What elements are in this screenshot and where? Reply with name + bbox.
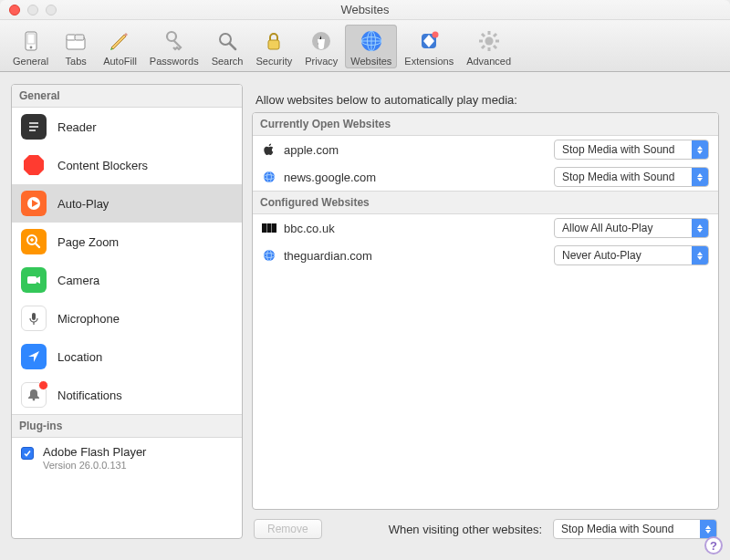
policy-popup[interactable]: Allow All Auto-Play — [554, 218, 709, 238]
sidebar-item-location[interactable]: Location — [12, 337, 242, 376]
svg-marker-41 — [28, 351, 39, 362]
sidebar-item-label: Notifications — [57, 389, 122, 402]
svg-point-42 — [33, 399, 36, 401]
svg-rect-46 — [262, 223, 266, 233]
plugin-name: Adobe Flash Player — [43, 445, 146, 459]
tab-passwords[interactable]: Passwords — [144, 25, 204, 68]
policy-popup[interactable]: Never Auto-Play — [554, 245, 709, 265]
tab-advanced[interactable]: Advanced — [461, 25, 516, 68]
site-row[interactable]: news.google.com Stop Media with Sound — [253, 163, 718, 191]
svg-rect-9 — [268, 40, 279, 49]
policy-value: Allow All Auto-Play — [555, 222, 692, 234]
site-domain: bbc.co.uk — [284, 222, 547, 235]
tab-label: General — [13, 56, 48, 67]
site-row[interactable]: bbc.co.uk Allow All Auto-Play — [253, 214, 718, 242]
sidebar-item-reader[interactable]: Reader — [12, 108, 242, 146]
websites-icon — [358, 27, 385, 55]
tab-label: AutoFill — [103, 56, 137, 67]
microphone-icon — [21, 306, 47, 331]
svg-line-8 — [230, 44, 235, 49]
sidebar-item-label: Auto-Play — [57, 197, 109, 211]
tab-websites[interactable]: Websites — [345, 25, 397, 68]
svg-rect-5 — [75, 35, 84, 40]
svg-point-43 — [264, 171, 275, 182]
svg-line-24 — [494, 46, 496, 48]
sidebar-item-camera[interactable]: Camera — [12, 261, 242, 299]
tab-autofill[interactable]: AutoFill — [98, 25, 142, 68]
page-zoom-icon — [21, 229, 47, 254]
svg-line-34 — [36, 244, 39, 247]
policy-popup[interactable]: Stop Media with Sound — [554, 167, 709, 187]
chevron-up-down-icon — [692, 168, 708, 186]
sidebar-item-content-blockers[interactable]: Content Blockers — [12, 146, 242, 184]
policy-value: Stop Media with Sound — [555, 171, 692, 183]
tab-label: Websites — [350, 56, 391, 67]
svg-line-25 — [494, 34, 496, 36]
site-row[interactable]: apple.com Stop Media with Sound — [253, 136, 718, 163]
default-policy-popup[interactable]: Stop Media with Sound — [553, 519, 717, 539]
help-button[interactable]: ? — [704, 536, 723, 555]
globe-favicon-icon — [262, 248, 276, 263]
site-domain: theguardian.com — [284, 249, 547, 263]
chevron-up-down-icon — [692, 140, 708, 159]
search-icon — [214, 27, 241, 55]
plugin-flash-checkbox[interactable] — [21, 447, 34, 460]
notification-badge — [38, 380, 48, 390]
tab-label: Tabs — [66, 56, 87, 67]
group-configured-websites: Configured Websites — [253, 191, 718, 214]
chevron-up-down-icon — [692, 246, 708, 264]
policy-popup[interactable]: Stop Media with Sound — [554, 140, 709, 160]
default-policy-label: When visiting other websites: — [389, 523, 542, 536]
group-open-websites: Currently Open Websites — [253, 113, 718, 136]
svg-marker-38 — [36, 276, 40, 284]
privacy-icon — [308, 27, 335, 55]
security-icon — [260, 27, 287, 55]
tab-extensions[interactable]: Extensions — [399, 25, 459, 68]
auto-play-icon — [21, 191, 47, 216]
svg-rect-39 — [32, 313, 36, 320]
site-domain: news.google.com — [284, 171, 547, 184]
sidebar-item-label: Camera — [57, 274, 99, 287]
svg-point-49 — [264, 250, 275, 261]
tab-search[interactable]: Search — [206, 25, 249, 68]
svg-rect-48 — [272, 223, 276, 233]
svg-rect-47 — [267, 223, 272, 233]
chevron-up-down-icon — [692, 219, 708, 237]
notifications-icon — [21, 382, 47, 408]
plugin-version: Version 26.0.0.131 — [43, 460, 146, 471]
tab-general[interactable]: General — [7, 25, 54, 68]
site-domain: apple.com — [284, 143, 547, 157]
sidebar-item-label: Reader — [57, 120, 97, 134]
sidebar-item-notifications[interactable]: Notifications — [12, 376, 242, 414]
sidebar-item-label: Microphone — [57, 312, 120, 326]
autofill-icon — [106, 27, 133, 55]
tab-label: Passwords — [150, 56, 199, 67]
svg-point-18 — [485, 37, 493, 46]
sidebar-item-microphone[interactable]: Microphone — [12, 299, 242, 337]
tab-label: Advanced — [466, 56, 511, 67]
sidebar-item-label: Location — [57, 350, 102, 364]
remove-button[interactable]: Remove — [254, 519, 322, 539]
tab-security[interactable]: Security — [250, 25, 297, 68]
preferences-toolbar: General Tabs AutoFill Passwords Search S… — [0, 20, 730, 72]
tab-label: Extensions — [404, 56, 454, 67]
window-title: Websites — [0, 3, 730, 16]
tab-label: Security — [256, 56, 292, 67]
svg-rect-37 — [27, 276, 36, 284]
settings-sidebar: General Reader Content Blockers Auto-Pla… — [11, 84, 243, 539]
svg-point-17 — [433, 32, 439, 38]
sidebar-item-label: Page Zoom — [57, 235, 119, 249]
sidebar-item-page-zoom[interactable]: Page Zoom — [12, 223, 242, 261]
site-row[interactable]: theguardian.com Never Auto-Play — [253, 242, 718, 269]
chevron-up-down-icon — [700, 520, 716, 538]
plugin-flash-row[interactable]: Adobe Flash Player Version 26.0.0.131 — [12, 438, 242, 478]
sidebar-section-plugins: Plug-ins — [12, 414, 242, 438]
tab-privacy[interactable]: Privacy — [299, 25, 343, 68]
svg-marker-30 — [24, 155, 44, 175]
location-icon — [21, 344, 47, 369]
tab-label: Privacy — [305, 56, 338, 67]
sidebar-item-auto-play[interactable]: Auto-Play — [12, 184, 242, 223]
tab-tabs[interactable]: Tabs — [56, 25, 96, 68]
main-heading: Allow websites below to automatically pl… — [252, 84, 719, 112]
websites-list: Currently Open Websites apple.com Stop M… — [252, 112, 719, 510]
